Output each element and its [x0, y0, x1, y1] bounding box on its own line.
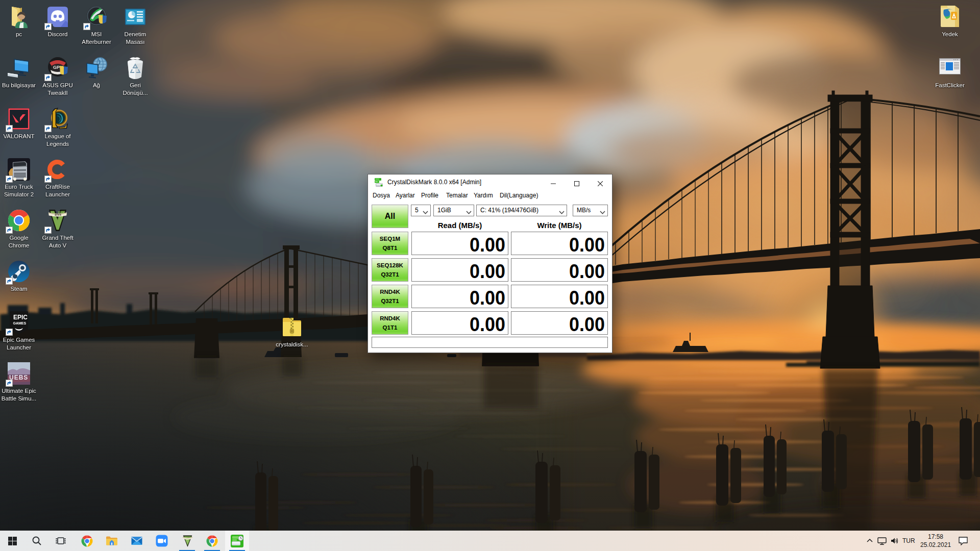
svg-text:EPIC: EPIC: [13, 314, 28, 321]
svg-text:FIVE: FIVE: [55, 213, 62, 216]
svg-text:GAMES: GAMES: [13, 321, 27, 325]
